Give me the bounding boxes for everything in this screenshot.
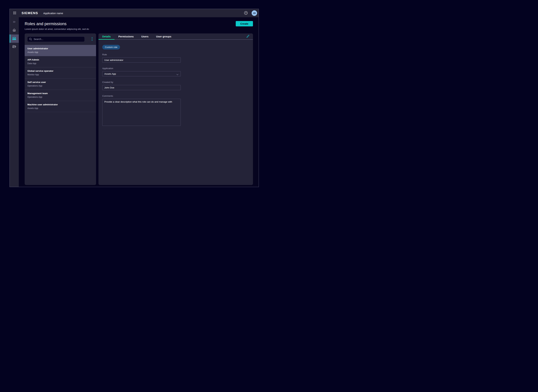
role-app: Assets App [28, 51, 93, 54]
comments-textarea[interactable]: Provide a clear description what this ro… [102, 99, 181, 126]
roles-list-panel: User administrator Assets App API Admin … [25, 33, 96, 185]
create-button[interactable]: Create [236, 21, 253, 26]
detail-tab[interactable]: Users [137, 33, 152, 39]
role-field-input[interactable] [102, 57, 181, 63]
siemens-logo: SIEMENS [22, 11, 38, 15]
sidebar-item-users[interactable] [10, 34, 19, 43]
detail-body: Custom role Role Application Assets App [98, 40, 253, 126]
app-launcher-button[interactable] [13, 11, 17, 15]
sidebar [10, 17, 19, 187]
edit-role-button[interactable] [246, 34, 249, 38]
created-by-field-label: Created by [102, 81, 181, 84]
role-list-item[interactable]: Self service user Operations App [25, 79, 96, 90]
page-head-text: Roles and permissions Lorem ipsum dolor … [25, 21, 89, 30]
role-app: Operations App [28, 84, 93, 87]
roles-list: User administrator Assets App API Admin … [25, 45, 96, 185]
app-window: SIEMENS Application name ? JD [9, 9, 259, 187]
role-app: Assets App [28, 107, 93, 110]
application-field-label: Application [102, 67, 181, 70]
role-list-item[interactable]: Management team Operations App [25, 90, 96, 101]
list-options-button[interactable] [90, 36, 94, 42]
user-avatar[interactable]: JD [252, 10, 257, 16]
application-name: Application name [43, 12, 63, 15]
titlebar: SIEMENS Application name ? JD [10, 9, 259, 17]
double-chevron-right-icon [13, 21, 16, 24]
role-list-item[interactable]: Machine user administrator Assets App [25, 101, 96, 112]
role-app: Data App [28, 62, 93, 65]
search-field-wrap [27, 37, 85, 42]
page-subtitle: Lorem ipsum dolor sit amet, consectetur … [25, 28, 89, 30]
role-detail-panel: DetailsPermissionsUsersUser groups Custo… [98, 33, 253, 185]
role-field-label: Role [102, 53, 181, 56]
svg-text:?: ? [245, 12, 246, 14]
help-button[interactable]: ? [244, 11, 248, 15]
role-list-item[interactable]: User administrator Assets App [25, 45, 96, 56]
help-icon: ? [244, 11, 248, 15]
application-select[interactable]: Assets App [102, 71, 181, 76]
role-name: Machine user administrator [28, 103, 93, 106]
custom-role-badge: Custom role [102, 45, 120, 49]
grid-icon [13, 11, 16, 15]
search-row [25, 33, 96, 45]
detail-tab[interactable]: User groups [152, 33, 175, 39]
role-field: Role [102, 53, 181, 63]
comments-field: Comments Provide a clear description wha… [102, 95, 181, 126]
application-field: Application Assets App [102, 67, 181, 76]
application-select-value: Assets App [104, 73, 116, 75]
role-name: Global service operator [28, 70, 93, 73]
role-app: Monitor App [28, 73, 93, 76]
sidebar-expand-button[interactable] [10, 18, 19, 26]
role-list-item[interactable]: API Admin Data App [25, 56, 96, 67]
main-content: Roles and permissions Lorem ipsum dolor … [19, 17, 259, 187]
chevron-down-icon [176, 73, 178, 76]
role-name: Management team [28, 92, 93, 95]
detail-tab[interactable]: Permissions [114, 33, 137, 39]
role-name: Self service user [28, 81, 93, 84]
role-name: API Admin [28, 58, 93, 61]
role-list-item[interactable]: Global service operator Monitor App [25, 67, 96, 79]
home-icon [12, 28, 16, 33]
users-icon [12, 36, 16, 41]
sidebar-item-home[interactable] [10, 26, 19, 34]
folder-icon [12, 45, 16, 49]
role-app: Operations App [28, 95, 93, 99]
created-by-input[interactable] [102, 85, 181, 90]
comments-field-label: Comments [102, 95, 181, 97]
sidebar-item-folder[interactable] [10, 43, 19, 51]
detail-tab[interactable]: Details [98, 33, 114, 39]
search-input[interactable] [27, 37, 85, 42]
kebab-icon [92, 37, 93, 41]
role-name: User administrator [28, 47, 93, 50]
pencil-icon [246, 34, 249, 38]
detail-tabbar: DetailsPermissionsUsersUser groups [98, 33, 253, 40]
created-by-field: Created by [102, 81, 181, 90]
page-title: Roles and permissions [25, 21, 89, 26]
